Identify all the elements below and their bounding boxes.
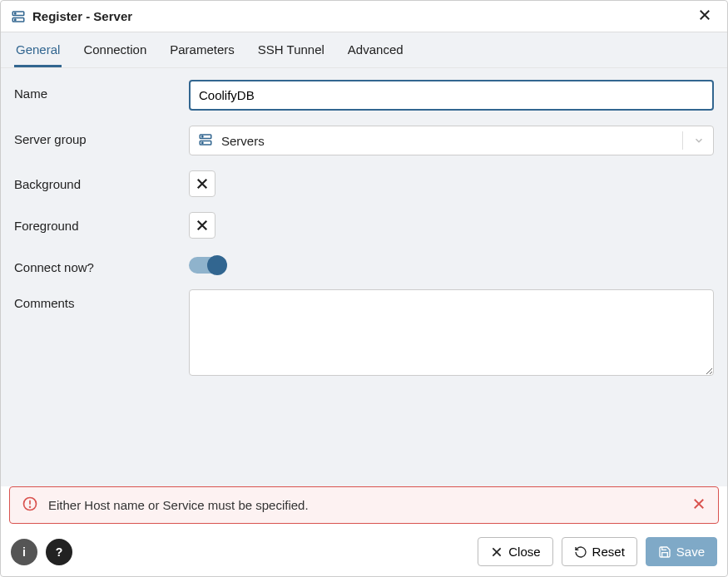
register-server-dialog: Register - Server General Connection Par…: [0, 0, 728, 577]
label-name: Name: [14, 80, 189, 101]
help-icon: ?: [56, 545, 63, 559]
info-button[interactable]: i: [11, 539, 37, 565]
foreground-clear-button[interactable]: [189, 212, 215, 239]
background-clear-button[interactable]: [189, 170, 215, 197]
error-message: Either Host name or Service must be spec…: [48, 498, 681, 512]
dialog-titlebar: Register - Server: [1, 1, 727, 32]
dialog-title: Register - Server: [32, 9, 686, 23]
tab-connection[interactable]: Connection: [82, 32, 148, 67]
tab-parameters[interactable]: Parameters: [168, 32, 236, 67]
svg-point-3: [15, 19, 17, 21]
svg-point-7: [202, 142, 204, 144]
row-background: Background: [14, 170, 714, 197]
save-icon: [658, 545, 671, 559]
save-button-label: Save: [676, 545, 705, 559]
comments-textarea[interactable]: [189, 289, 714, 376]
tab-ssh-tunnel[interactable]: SSH Tunnel: [256, 32, 326, 67]
help-button[interactable]: ?: [46, 539, 72, 565]
row-comments: Comments: [14, 289, 714, 378]
connect-now-toggle[interactable]: [189, 257, 225, 274]
server-icon: [11, 9, 26, 24]
reset-icon: [574, 545, 587, 559]
general-tab-panel: Name Server group Servers: [1, 68, 727, 486]
label-connect-now: Connect now?: [14, 254, 189, 274]
tab-general[interactable]: General: [14, 32, 62, 67]
row-name: Name: [14, 80, 714, 111]
svg-point-2: [15, 12, 17, 14]
chevron-down-icon: [682, 131, 705, 150]
error-dismiss-button[interactable]: [691, 496, 706, 514]
tab-bar: General Connection Parameters SSH Tunnel…: [1, 32, 727, 68]
server-group-value: Servers: [221, 134, 265, 148]
svg-point-10: [30, 506, 31, 507]
label-foreground: Foreground: [14, 212, 189, 233]
row-connect-now: Connect now?: [14, 254, 714, 274]
row-foreground: Foreground: [14, 212, 714, 239]
svg-point-6: [202, 136, 204, 137]
name-input[interactable]: [189, 80, 714, 111]
server-group-select[interactable]: Servers: [189, 126, 714, 155]
toggle-knob: [207, 255, 227, 275]
tab-advanced[interactable]: Advanced: [346, 32, 405, 67]
save-button[interactable]: Save: [646, 537, 717, 566]
row-server-group: Server group Servers: [14, 126, 714, 155]
close-icon: [691, 496, 706, 511]
close-button[interactable]: Close: [478, 537, 552, 566]
error-icon: [22, 496, 38, 515]
close-button-label: Close: [508, 545, 540, 559]
reset-button-label: Reset: [592, 545, 625, 559]
label-background: Background: [14, 170, 189, 191]
label-comments: Comments: [14, 289, 189, 310]
info-icon: i: [22, 545, 26, 559]
dialog-close-button[interactable]: [692, 7, 717, 25]
reset-button[interactable]: Reset: [562, 537, 637, 566]
dialog-footer: i ? Close Reset Save: [1, 530, 727, 576]
x-icon: [195, 218, 210, 233]
x-icon: [195, 176, 210, 191]
label-server-group: Server group: [14, 126, 189, 146]
server-icon: [198, 132, 213, 150]
close-icon: [490, 545, 503, 559]
error-banner: Either Host name or Service must be spec…: [9, 486, 719, 524]
